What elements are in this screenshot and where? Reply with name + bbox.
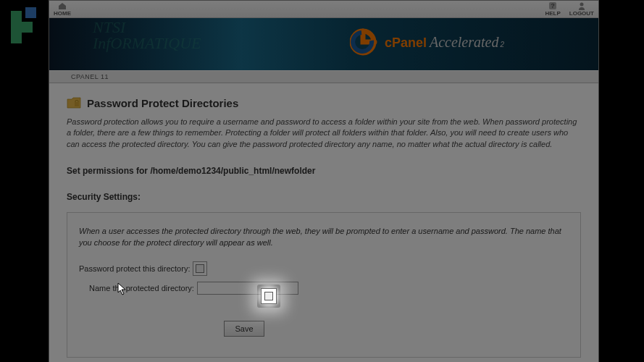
brand-suffix: Accelerated	[430, 34, 499, 51]
main-window: HOME ? HELP LOGOUT NTSI InfORMATIQUE	[49, 0, 599, 362]
home-label: HOME	[54, 10, 71, 17]
breadcrumb: CPANEL 11	[49, 70, 598, 83]
page-title-row: Password Protect Directories	[67, 96, 581, 109]
svg-rect-4	[75, 102, 79, 106]
svg-point-2	[580, 3, 583, 7]
brand-text: cPanel	[385, 35, 427, 51]
help-button[interactable]: ? HELP	[545, 1, 560, 17]
background-host-logo	[4, 7, 40, 43]
protect-checkbox[interactable]	[193, 261, 207, 276]
protect-checkbox-label: Password protect this directory:	[79, 264, 190, 273]
svg-text:?: ?	[551, 2, 555, 9]
security-settings-heading: Security Settings:	[67, 192, 581, 202]
content-area: Password Protect Directories Password pr…	[49, 83, 598, 362]
settings-hint: When a user accesses the protected direc…	[79, 226, 569, 248]
help-label: HELP	[545, 10, 560, 17]
help-icon: ?	[548, 1, 558, 10]
topbar: HOME ? HELP LOGOUT	[49, 1, 598, 18]
logout-icon	[577, 1, 587, 10]
permissions-line: Set permissions for /home/demo1234/publi…	[67, 166, 581, 176]
folder-lock-icon	[67, 96, 81, 109]
page-title: Password Protect Directories	[87, 97, 238, 109]
logout-button[interactable]: LOGOUT	[569, 1, 594, 17]
page-description: Password protection allows you to requir…	[67, 117, 581, 150]
settings-box: When a user accesses the protected direc…	[67, 212, 581, 358]
home-button[interactable]: HOME	[54, 1, 71, 17]
save-button[interactable]: Save	[224, 321, 264, 337]
cpanel-mark-icon	[350, 27, 380, 57]
home-icon	[57, 1, 67, 10]
name-input-label: Name the protected directory:	[89, 284, 194, 292]
protect-checkbox-row: Password protect this directory:	[79, 261, 569, 276]
banner-watermark: NTSI InfORMATIQUE	[93, 20, 201, 51]
banner: NTSI InfORMATIQUE cPanel Accelerated 2	[49, 18, 598, 70]
banner-logo: cPanel Accelerated 2	[350, 27, 504, 57]
brand-sub: 2	[500, 41, 504, 49]
directory-name-input[interactable]	[197, 282, 298, 295]
logout-label: LOGOUT	[569, 10, 594, 17]
name-input-row: Name the protected directory:	[79, 282, 569, 295]
